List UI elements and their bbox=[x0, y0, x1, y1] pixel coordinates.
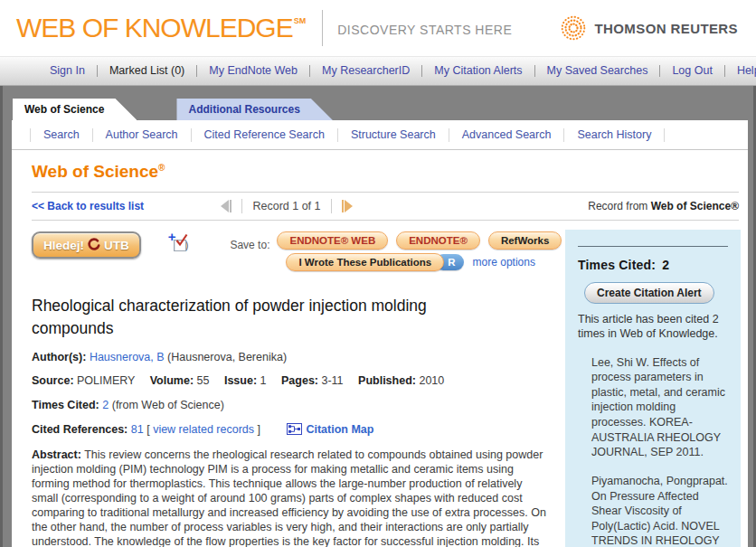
top-navbar: Sign InMarked List (0)My EndNote WebMy R… bbox=[0, 56, 756, 86]
page-background: Web of Science Additional Resources Sear… bbox=[0, 86, 756, 547]
search-subnav: SearchAuthor SearchCited Reference Searc… bbox=[12, 120, 748, 150]
citation-map-link[interactable]: Citation Map bbox=[306, 423, 373, 436]
registered-mark: ® bbox=[158, 163, 165, 173]
record-main-column: Hledej! UTB + bbox=[32, 230, 554, 547]
save-to-label: Save to: bbox=[230, 239, 269, 251]
thomson-reuters-brand: THOMSON REUTERS bbox=[560, 14, 738, 42]
cited-references-line: Cited References: 81 [ view related reco… bbox=[32, 423, 554, 438]
brand-name: THOMSON REUTERS bbox=[594, 21, 738, 36]
topnav-link[interactable]: Log Out bbox=[660, 65, 724, 77]
tabs-row: Web of Science Additional Resources bbox=[3, 86, 753, 120]
record-nav-row: << Back to results list Record 1 of 1 Re… bbox=[32, 193, 739, 220]
citing-article: Lee, Shi W. Effects of process parameter… bbox=[591, 355, 728, 460]
thomson-reuters-sunburst-icon bbox=[560, 14, 587, 42]
abstract-text: This review concerns the rheological res… bbox=[32, 448, 547, 547]
previous-record-bar bbox=[230, 200, 232, 212]
citation-map-icon[interactable] bbox=[287, 423, 302, 435]
abstract-label: Abstract: bbox=[32, 448, 81, 461]
record-counter: Record 1 of 1 bbox=[252, 200, 320, 212]
pager-separator bbox=[241, 199, 242, 213]
back-to-results-link[interactable]: << Back to results list bbox=[32, 200, 144, 212]
author-link[interactable]: Hausnerova, B bbox=[90, 351, 165, 363]
citing-article: Piyamanocha, Pongprapat. On Pressure Aff… bbox=[591, 474, 728, 547]
sfx-link-icon bbox=[87, 238, 101, 252]
record-pager: Record 1 of 1 bbox=[221, 199, 352, 213]
authors-label: Author(s): bbox=[32, 351, 86, 363]
cited-references-label: Cited References: bbox=[32, 423, 128, 436]
record-toolbar: Hledej! UTB + bbox=[32, 230, 554, 271]
topnav-link[interactable]: My EndNote Web bbox=[197, 65, 310, 77]
bracket: ] bbox=[257, 423, 260, 436]
web-of-knowledge-page: WEB OF KNOWLEDGESM DISCOVERY STARTS HERE… bbox=[0, 0, 756, 547]
logo-sm-mark: SM bbox=[294, 16, 307, 25]
create-citation-alert-button[interactable]: Create Citation Alert bbox=[584, 282, 714, 304]
subnav-link[interactable]: Author Search bbox=[93, 128, 192, 142]
sidebar-times-cited-value: 2 bbox=[662, 258, 669, 272]
tab-web-of-science[interactable]: Web of Science bbox=[13, 99, 137, 120]
times-cited-sidebar: Times Cited:2 Create Citation Alert This… bbox=[565, 230, 741, 547]
topnav-link[interactable]: Marked List (0) bbox=[98, 65, 197, 77]
cited-note: This article has been cited 2 times in W… bbox=[578, 312, 728, 342]
citing-articles-list: Lee, Shi W. Effects of process parameter… bbox=[578, 355, 728, 547]
tagline: DISCOVERY STARTS HERE bbox=[337, 19, 512, 37]
pager-separator bbox=[331, 199, 332, 213]
article-title: Rheological characterization of powder i… bbox=[32, 295, 511, 341]
issue-value: 1 bbox=[260, 374, 267, 387]
masthead: WEB OF KNOWLEDGESM DISCOVERY STARTS HERE… bbox=[0, 0, 756, 56]
subnav-link[interactable]: Cited Reference Search bbox=[192, 128, 338, 142]
subnav-link[interactable]: Search bbox=[31, 128, 93, 142]
endnote-web-button[interactable]: ENDNOTE® WEB bbox=[277, 231, 388, 250]
pages-value: 3-11 bbox=[321, 374, 343, 387]
next-record-bar bbox=[342, 200, 344, 212]
issue-label: Issue: bbox=[224, 374, 257, 387]
endnote-button[interactable]: ENDNOTE® bbox=[396, 231, 480, 250]
times-cited-label: Times Cited: bbox=[32, 399, 99, 411]
published-value: 2010 bbox=[419, 374, 444, 387]
refworks-button[interactable]: RefWorks bbox=[488, 231, 562, 250]
topnav-link[interactable]: My Saved Searches bbox=[535, 65, 661, 77]
times-cited-link[interactable]: 2 bbox=[102, 399, 109, 411]
author-full-name: (Hausnerova, Berenika) bbox=[167, 351, 287, 363]
authors-line: Author(s): Hausnerova, B (Hausnerova, Be… bbox=[32, 351, 554, 365]
utb-label: UTB bbox=[104, 239, 129, 252]
volume-value: 55 bbox=[197, 374, 210, 387]
subnav-link[interactable]: Advanced Search bbox=[449, 128, 565, 142]
i-wrote-these-publications-button[interactable]: I Wrote These Publications bbox=[286, 253, 444, 271]
save-destination-buttons: ENDNOTE® WEB ENDNOTE® RefWorks I Wrote T… bbox=[277, 231, 562, 271]
topnav-link[interactable]: My ResearcherID bbox=[310, 65, 422, 77]
topnav-link[interactable]: Help bbox=[725, 65, 756, 77]
topnav-link[interactable]: Sign In bbox=[38, 65, 98, 77]
sidebar-times-cited: Times Cited:2 bbox=[578, 258, 728, 272]
page-title: Web of Science® bbox=[32, 150, 741, 192]
divider bbox=[32, 220, 739, 221]
hledej-label: Hledej! bbox=[43, 239, 84, 252]
citation-map-group: Citation Map bbox=[287, 423, 373, 436]
check-glyph bbox=[175, 233, 188, 247]
subnav-link[interactable]: Search History bbox=[564, 128, 665, 142]
source-line: Source: POLIMERY Volume: 55 Issue: 1 Pag… bbox=[32, 374, 554, 389]
hledej-utb-button[interactable]: Hledej! UTB bbox=[32, 231, 141, 259]
times-cited-line: Times Cited: 2 (from Web of Science) bbox=[32, 399, 554, 413]
content-panel: SearchAuthor SearchCited Reference Searc… bbox=[12, 120, 748, 547]
bracket: [ bbox=[146, 423, 149, 436]
pages-label: Pages: bbox=[281, 374, 318, 387]
abstract: Abstract: This review concerns the rheol… bbox=[32, 448, 554, 547]
volume-label: Volume: bbox=[150, 374, 194, 387]
source-label: Source: bbox=[32, 374, 74, 387]
previous-record-icon[interactable] bbox=[221, 200, 229, 212]
published-label: Published: bbox=[358, 374, 416, 387]
web-of-knowledge-logo[interactable]: WEB OF KNOWLEDGESM bbox=[16, 14, 306, 42]
times-cited-suffix: (from Web of Science) bbox=[112, 399, 224, 411]
record-from-label: Record from Web of Science® bbox=[588, 200, 739, 212]
topnav-link[interactable]: My Citation Alerts bbox=[422, 65, 534, 77]
logo-text: WEB OF KNOWLEDGE bbox=[16, 14, 293, 42]
source-value: POLIMERY bbox=[77, 374, 135, 387]
sidebar-rule bbox=[578, 246, 728, 247]
more-options-link[interactable]: more options bbox=[473, 256, 535, 269]
subnav-link[interactable]: Structure Search bbox=[338, 128, 449, 142]
masthead-divider bbox=[322, 10, 323, 46]
next-record-icon[interactable] bbox=[345, 200, 353, 212]
cited-references-link[interactable]: 81 bbox=[131, 423, 144, 436]
view-related-records-link[interactable]: view related records bbox=[153, 423, 254, 436]
tab-additional-resources[interactable]: Additional Resources bbox=[176, 99, 332, 120]
